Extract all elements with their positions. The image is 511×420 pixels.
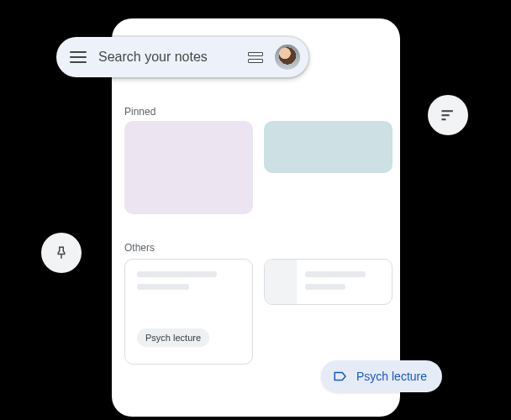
other-note-1[interactable]: Psych lecture (124, 259, 253, 365)
menu-icon[interactable] (70, 49, 87, 66)
pinned-section-label: Pinned (124, 106, 155, 118)
sort-icon (440, 107, 456, 123)
other-note-2[interactable] (264, 259, 392, 305)
svg-rect-0 (442, 110, 453, 112)
label-pill[interactable]: Psych lecture (321, 360, 442, 392)
avatar[interactable] (275, 45, 300, 70)
note-text-skeleton (305, 271, 366, 277)
note-text-skeleton (137, 271, 217, 277)
svg-rect-1 (442, 114, 450, 116)
pin-icon (54, 245, 69, 260)
sort-button[interactable] (428, 95, 468, 135)
others-section-label: Others (124, 242, 155, 254)
note-thumbnail (265, 260, 297, 304)
pinned-note-1[interactable] (124, 121, 253, 214)
label-icon (333, 369, 348, 384)
search-bar[interactable]: Search your notes (56, 37, 308, 77)
note-label-chip[interactable]: Psych lecture (137, 328, 209, 347)
svg-rect-2 (442, 118, 446, 120)
pinned-note-2[interactable] (264, 121, 392, 173)
note-text-skeleton (305, 284, 345, 290)
search-placeholder: Search your notes (98, 50, 248, 65)
label-pill-text: Psych lecture (356, 370, 427, 383)
layout-toggle-icon[interactable] (248, 50, 263, 65)
pin-button[interactable] (41, 233, 82, 273)
note-text-skeleton (137, 284, 189, 290)
